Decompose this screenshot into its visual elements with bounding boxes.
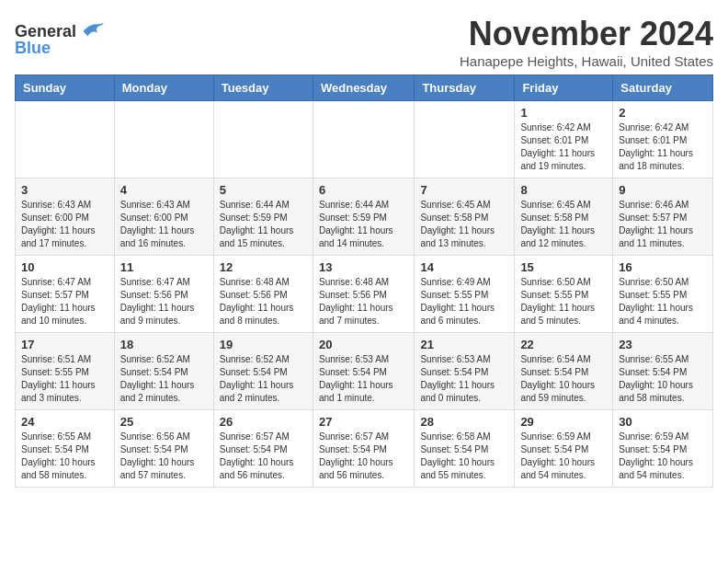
logo-blue-text: Blue <box>15 39 51 58</box>
calendar-cell: 1Sunrise: 6:42 AMSunset: 6:01 PMDaylight… <box>515 101 613 178</box>
calendar-cell: 13Sunrise: 6:48 AMSunset: 5:56 PMDayligh… <box>313 256 414 333</box>
logo: General Blue <box>15 18 104 58</box>
calendar-cell <box>16 101 115 178</box>
day-info: Sunrise: 6:53 AMSunset: 5:54 PMDaylight:… <box>319 353 408 405</box>
day-number: 22 <box>520 338 607 351</box>
calendar-cell: 18Sunrise: 6:52 AMSunset: 5:54 PMDayligh… <box>114 333 213 410</box>
day-info: Sunrise: 6:44 AMSunset: 5:59 PMDaylight:… <box>319 199 408 250</box>
title-area: November 2024 Hanapepe Heights, Hawaii, … <box>460 15 713 69</box>
day-number: 10 <box>21 260 108 274</box>
day-info: Sunrise: 6:55 AMSunset: 5:54 PMDaylight:… <box>619 353 707 405</box>
day-info: Sunrise: 6:51 AMSunset: 5:55 PMDaylight:… <box>21 353 108 405</box>
calendar-cell: 23Sunrise: 6:55 AMSunset: 5:54 PMDayligh… <box>613 333 713 410</box>
day-number: 5 <box>220 183 307 197</box>
calendar-cell: 19Sunrise: 6:52 AMSunset: 5:54 PMDayligh… <box>213 333 313 410</box>
day-number: 17 <box>21 338 108 351</box>
day-info: Sunrise: 6:55 AMSunset: 5:54 PMDaylight:… <box>21 431 108 482</box>
weekday-header-wednesday: Wednesday <box>313 75 414 101</box>
calendar-cell: 6Sunrise: 6:44 AMSunset: 5:59 PMDaylight… <box>313 178 414 256</box>
day-info: Sunrise: 6:53 AMSunset: 5:54 PMDaylight:… <box>420 353 508 405</box>
day-number: 19 <box>220 338 307 351</box>
day-number: 30 <box>619 415 707 429</box>
day-number: 3 <box>21 183 108 197</box>
calendar-cell: 24Sunrise: 6:55 AMSunset: 5:54 PMDayligh… <box>16 410 115 488</box>
day-number: 29 <box>520 415 607 429</box>
day-info: Sunrise: 6:47 AMSunset: 5:57 PMDaylight:… <box>21 276 108 327</box>
calendar-cell: 12Sunrise: 6:48 AMSunset: 5:56 PMDayligh… <box>213 256 313 333</box>
calendar-cell: 20Sunrise: 6:53 AMSunset: 5:54 PMDayligh… <box>313 333 414 410</box>
day-info: Sunrise: 6:45 AMSunset: 5:58 PMDaylight:… <box>520 199 607 250</box>
day-number: 23 <box>619 338 707 351</box>
calendar-cell: 30Sunrise: 6:59 AMSunset: 5:54 PMDayligh… <box>613 410 713 488</box>
day-number: 28 <box>420 415 508 429</box>
day-number: 16 <box>619 260 707 274</box>
day-number: 7 <box>420 183 508 197</box>
day-info: Sunrise: 6:49 AMSunset: 5:55 PMDaylight:… <box>420 276 508 327</box>
day-number: 8 <box>520 183 607 197</box>
day-info: Sunrise: 6:59 AMSunset: 5:54 PMDaylight:… <box>520 431 607 482</box>
day-info: Sunrise: 6:58 AMSunset: 5:54 PMDaylight:… <box>420 431 508 482</box>
day-info: Sunrise: 6:42 AMSunset: 6:01 PMDaylight:… <box>619 121 707 173</box>
weekday-header-row: SundayMondayTuesdayWednesdayThursdayFrid… <box>16 75 713 101</box>
day-info: Sunrise: 6:45 AMSunset: 5:58 PMDaylight:… <box>420 199 508 250</box>
calendar-cell: 17Sunrise: 6:51 AMSunset: 5:55 PMDayligh… <box>16 333 115 410</box>
day-number: 11 <box>120 260 208 274</box>
logo-bird-icon <box>78 18 104 44</box>
calendar-cell: 26Sunrise: 6:57 AMSunset: 5:54 PMDayligh… <box>213 410 313 488</box>
weekday-header-sunday: Sunday <box>16 75 115 101</box>
day-info: Sunrise: 6:57 AMSunset: 5:54 PMDaylight:… <box>319 431 408 482</box>
day-number: 27 <box>319 415 408 429</box>
day-number: 2 <box>619 106 707 120</box>
day-number: 6 <box>319 183 408 197</box>
day-number: 20 <box>319 338 408 351</box>
calendar-cell: 11Sunrise: 6:47 AMSunset: 5:56 PMDayligh… <box>114 256 213 333</box>
day-info: Sunrise: 6:48 AMSunset: 5:56 PMDaylight:… <box>220 276 307 327</box>
main-title: November 2024 <box>460 15 713 53</box>
calendar-cell <box>415 101 515 178</box>
day-info: Sunrise: 6:43 AMSunset: 6:00 PMDaylight:… <box>21 199 108 250</box>
day-info: Sunrise: 6:50 AMSunset: 5:55 PMDaylight:… <box>619 276 707 327</box>
calendar-cell: 28Sunrise: 6:58 AMSunset: 5:54 PMDayligh… <box>415 410 515 488</box>
day-number: 24 <box>21 415 108 429</box>
calendar-cell: 15Sunrise: 6:50 AMSunset: 5:55 PMDayligh… <box>515 256 613 333</box>
calendar-cell: 27Sunrise: 6:57 AMSunset: 5:54 PMDayligh… <box>313 410 414 488</box>
calendar-cell <box>313 101 414 178</box>
week-row-5: 24Sunrise: 6:55 AMSunset: 5:54 PMDayligh… <box>16 410 713 488</box>
calendar-cell: 29Sunrise: 6:59 AMSunset: 5:54 PMDayligh… <box>515 410 613 488</box>
day-info: Sunrise: 6:47 AMSunset: 5:56 PMDaylight:… <box>120 276 208 327</box>
day-info: Sunrise: 6:44 AMSunset: 5:59 PMDaylight:… <box>220 199 307 250</box>
subtitle: Hanapepe Heights, Hawaii, United States <box>460 53 713 69</box>
calendar-cell: 8Sunrise: 6:45 AMSunset: 5:58 PMDaylight… <box>515 178 613 256</box>
calendar-cell: 25Sunrise: 6:56 AMSunset: 5:54 PMDayligh… <box>114 410 213 488</box>
day-info: Sunrise: 6:59 AMSunset: 5:54 PMDaylight:… <box>619 431 707 482</box>
calendar-cell: 22Sunrise: 6:54 AMSunset: 5:54 PMDayligh… <box>515 333 613 410</box>
weekday-header-friday: Friday <box>515 75 613 101</box>
day-info: Sunrise: 6:46 AMSunset: 5:57 PMDaylight:… <box>619 199 707 250</box>
calendar-cell: 7Sunrise: 6:45 AMSunset: 5:58 PMDaylight… <box>415 178 515 256</box>
weekday-header-tuesday: Tuesday <box>213 75 313 101</box>
day-number: 12 <box>220 260 307 274</box>
day-info: Sunrise: 6:43 AMSunset: 6:00 PMDaylight:… <box>120 199 208 250</box>
weekday-header-saturday: Saturday <box>613 75 713 101</box>
calendar-cell <box>114 101 213 178</box>
calendar-cell: 9Sunrise: 6:46 AMSunset: 5:57 PMDaylight… <box>613 178 713 256</box>
day-number: 25 <box>120 415 208 429</box>
day-info: Sunrise: 6:56 AMSunset: 5:54 PMDaylight:… <box>120 431 208 482</box>
day-number: 9 <box>619 183 707 197</box>
calendar: SundayMondayTuesdayWednesdayThursdayFrid… <box>15 75 713 488</box>
calendar-cell: 3Sunrise: 6:43 AMSunset: 6:00 PMDaylight… <box>16 178 115 256</box>
weekday-header-monday: Monday <box>114 75 213 101</box>
calendar-cell: 2Sunrise: 6:42 AMSunset: 6:01 PMDaylight… <box>613 101 713 178</box>
calendar-cell: 5Sunrise: 6:44 AMSunset: 5:59 PMDaylight… <box>213 178 313 256</box>
calendar-cell: 4Sunrise: 6:43 AMSunset: 6:00 PMDaylight… <box>114 178 213 256</box>
day-info: Sunrise: 6:42 AMSunset: 6:01 PMDaylight:… <box>520 121 607 173</box>
day-number: 21 <box>420 338 508 351</box>
day-number: 18 <box>120 338 208 351</box>
day-number: 4 <box>120 183 208 197</box>
day-number: 13 <box>319 260 408 274</box>
week-row-1: 1Sunrise: 6:42 AMSunset: 6:01 PMDaylight… <box>16 101 713 178</box>
day-number: 14 <box>420 260 508 274</box>
calendar-cell: 10Sunrise: 6:47 AMSunset: 5:57 PMDayligh… <box>16 256 115 333</box>
day-info: Sunrise: 6:52 AMSunset: 5:54 PMDaylight:… <box>120 353 208 405</box>
calendar-cell <box>213 101 313 178</box>
